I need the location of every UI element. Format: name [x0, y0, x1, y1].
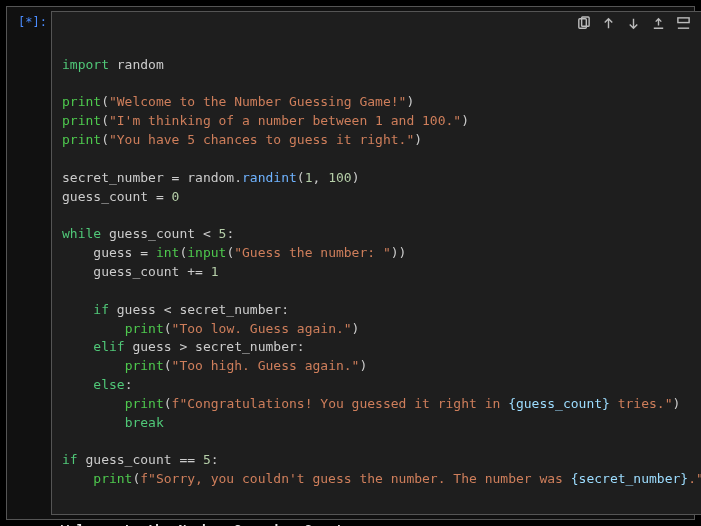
code-text: import random print("Welcome to the Numb…	[62, 57, 701, 487]
code-cell-row: [*]: import random print("Welcome to the…	[7, 7, 694, 515]
svg-rect-2	[678, 18, 689, 23]
move-down-icon[interactable]	[626, 16, 641, 37]
copy-icon[interactable]	[576, 16, 591, 37]
notebook-cell-container: [*]: import random print("Welcome to the…	[6, 6, 695, 520]
cell-output: Welcome to the Number Guessing Game! I'm…	[51, 515, 688, 526]
output-line: Welcome to the Number Guessing Game!	[61, 522, 343, 526]
move-up-icon[interactable]	[601, 16, 616, 37]
cell-toolbar	[576, 16, 701, 37]
upload-icon[interactable]	[651, 16, 666, 37]
execution-prompt: [*]:	[7, 7, 51, 29]
insert-below-icon[interactable]	[676, 16, 691, 37]
code-editor[interactable]: import random print("Welcome to the Numb…	[51, 11, 701, 515]
